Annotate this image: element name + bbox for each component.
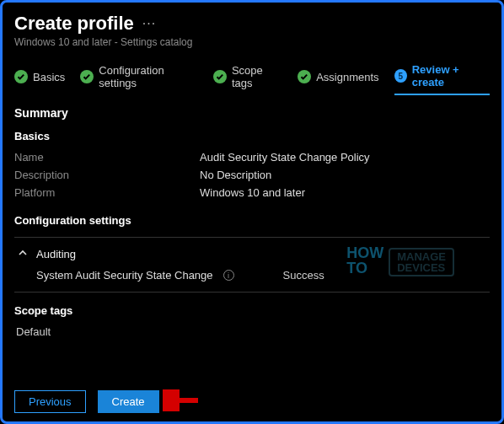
summary-heading: Summary — [14, 106, 490, 120]
kv-platform: Platform Windows 10 and later — [14, 186, 490, 199]
config-heading: Configuration settings — [14, 214, 490, 227]
kv-description: Description No Description — [14, 169, 490, 181]
kv-name: Name Audit Security State Change Policy — [14, 151, 490, 164]
tab-scope[interactable]: Scope tags — [213, 64, 282, 94]
tab-basics[interactable]: Basics — [14, 70, 65, 89]
check-icon — [80, 70, 94, 83]
check-icon — [298, 70, 311, 83]
setting-label: System Audit Security State Change — [36, 269, 213, 282]
watermark-text: HOW — [346, 247, 383, 260]
divider — [14, 237, 490, 238]
watermark-box: MANAGE DEVICES — [389, 248, 454, 276]
chevron-up-icon — [18, 248, 28, 260]
check-icon — [14, 70, 28, 83]
tab-label: Scope tags — [232, 64, 282, 89]
scope-tag-item: Default — [16, 325, 490, 338]
tab-review-create[interactable]: 5 Review + create — [394, 63, 490, 95]
basics-heading: Basics — [14, 130, 490, 142]
scope-heading: Scope tags — [14, 304, 490, 317]
previous-button[interactable]: Previous — [14, 390, 86, 413]
arrow-annotation-icon — [163, 389, 200, 415]
value-platform: Windows 10 and later — [200, 186, 305, 199]
tab-config[interactable]: Configuration settings — [80, 64, 198, 94]
watermark: HOW TO MANAGE DEVICES — [346, 247, 454, 277]
setting-value: Success — [283, 269, 324, 282]
tab-label: Assignments — [316, 71, 378, 83]
info-icon[interactable]: i — [223, 270, 234, 281]
label-description: Description — [14, 169, 200, 181]
label-platform: Platform — [14, 186, 200, 199]
footer: Previous Create — [14, 390, 159, 413]
create-button[interactable]: Create — [98, 390, 159, 413]
label-name: Name — [14, 151, 200, 164]
page-title: Create profile — [14, 13, 134, 35]
page-subtitle: Windows 10 and later - Settings catalog — [14, 36, 490, 48]
step-number-icon: 5 — [394, 69, 407, 83]
tab-label: Basics — [33, 71, 65, 83]
divider — [14, 292, 490, 293]
watermark-text: TO — [346, 260, 383, 277]
value-description: No Description — [200, 169, 271, 181]
tab-label: Review + create — [412, 63, 490, 89]
expander-label: Auditing — [36, 248, 76, 260]
more-icon[interactable]: ··· — [142, 16, 156, 31]
tab-label: Configuration settings — [99, 64, 198, 89]
value-name: Audit Security State Change Policy — [200, 151, 370, 164]
wizard-tabs: Basics Configuration settings Scope tags… — [14, 63, 490, 96]
check-icon — [213, 70, 227, 83]
tab-assignments[interactable]: Assignments — [298, 70, 378, 89]
